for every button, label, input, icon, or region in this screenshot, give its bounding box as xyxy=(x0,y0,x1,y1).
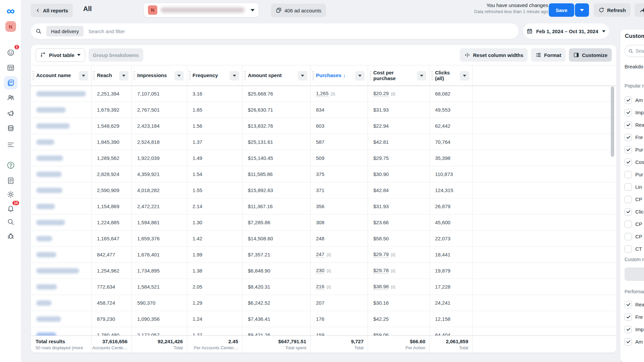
account-name-cell[interactable] xyxy=(31,295,92,311)
metric-option[interactable]: Lin xyxy=(625,181,644,193)
metric-checkbox[interactable] xyxy=(625,109,632,116)
metric-option[interactable]: Fre xyxy=(625,131,644,143)
meta-logo-icon[interactable]: ∞ xyxy=(4,4,17,17)
metric-option[interactable]: Rea xyxy=(625,119,644,131)
all-tools-icon[interactable] xyxy=(4,138,17,152)
share-button[interactable] xyxy=(635,3,644,17)
account-name-cell[interactable] xyxy=(31,198,92,214)
account-name-redacted[interactable] xyxy=(36,107,66,113)
account-name-cell[interactable] xyxy=(31,166,92,182)
notes-icon[interactable] xyxy=(4,174,17,187)
messages-icon[interactable]: 1 xyxy=(4,46,17,59)
custom-metric-button[interactable] xyxy=(625,267,644,281)
account-name-redacted[interactable] xyxy=(36,91,86,97)
bug-report-icon[interactable] xyxy=(4,229,17,243)
account-name-redacted[interactable] xyxy=(36,156,63,161)
format-button[interactable]: Format xyxy=(531,48,566,62)
metric-checkbox[interactable] xyxy=(625,245,632,253)
account-name-cell[interactable] xyxy=(31,231,92,246)
search-filter-bar[interactable]: Had delivery Search and filter xyxy=(31,23,519,39)
account-name-redacted[interactable] xyxy=(36,172,62,177)
help-icon[interactable] xyxy=(4,159,17,172)
column-menu-button[interactable] xyxy=(79,71,88,80)
metric-search-input[interactable]: Search xyxy=(625,45,644,57)
column-header-cost-per-purchase[interactable]: Cost per purchase xyxy=(368,65,429,85)
account-name-cell[interactable] xyxy=(31,118,92,134)
account-name-redacted[interactable] xyxy=(36,252,56,257)
account-name-cell[interactable] xyxy=(31,279,92,295)
drag-handle[interactable] xyxy=(431,71,433,80)
drag-handle[interactable] xyxy=(33,71,34,80)
account-name-cell[interactable] xyxy=(31,86,92,102)
account-name-redacted[interactable] xyxy=(36,220,65,225)
drag-handle[interactable] xyxy=(370,71,371,80)
group-breakdowns-button[interactable]: Group breakdowns xyxy=(89,48,143,62)
account-name-redacted[interactable] xyxy=(36,268,79,274)
reports-icon-active[interactable] xyxy=(4,76,17,89)
column-menu-button[interactable] xyxy=(230,71,239,80)
metric-option[interactable]: CP xyxy=(625,193,644,205)
account-selector-dropdown[interactable]: N xyxy=(144,3,259,17)
column-header-reach[interactable]: Reach xyxy=(91,65,131,85)
column-menu-button[interactable] xyxy=(417,71,426,80)
metric-option[interactable]: Fre xyxy=(625,311,644,323)
save-button[interactable]: Save xyxy=(549,3,574,17)
metric-option[interactable]: Imp xyxy=(625,323,644,336)
all-reports-button[interactable]: All reports xyxy=(31,4,73,17)
ad-accounts-button[interactable]: 406 ad accounts xyxy=(271,4,326,17)
column-menu-button[interactable] xyxy=(174,71,184,80)
metric-checkbox[interactable] xyxy=(625,97,632,104)
account-name-redacted[interactable] xyxy=(36,284,57,290)
vertical-scrollbar-thumb[interactable] xyxy=(611,86,614,157)
metric-option[interactable]: CP xyxy=(625,218,644,230)
account-name-cell[interactable] xyxy=(31,150,92,166)
column-header-purchases-sorted[interactable]: Purchases↓ xyxy=(310,65,368,85)
metric-checkbox[interactable] xyxy=(625,134,632,141)
account-name-cell[interactable] xyxy=(31,327,92,336)
metric-option[interactable]: Pur xyxy=(625,143,644,156)
metric-option[interactable]: Cos xyxy=(625,156,644,168)
account-name-redacted[interactable] xyxy=(36,139,54,145)
metric-checkbox[interactable] xyxy=(625,326,632,333)
drag-handle[interactable] xyxy=(244,71,246,80)
metric-checkbox[interactable] xyxy=(625,183,632,191)
column-menu-button[interactable] xyxy=(355,71,365,80)
metric-checkbox[interactable] xyxy=(625,159,632,166)
metric-checkbox[interactable] xyxy=(625,196,632,203)
drag-handle[interactable] xyxy=(93,71,95,80)
account-name-redacted[interactable] xyxy=(36,300,52,306)
date-range-picker[interactable]: Feb 1, 2024 – Oct 31, 2024 xyxy=(523,23,609,39)
column-header-impressions[interactable]: Impressions xyxy=(131,65,187,85)
reset-column-widths-button[interactable]: Reset column widths xyxy=(460,48,528,62)
metric-option[interactable]: Rea xyxy=(625,298,644,311)
metric-checkbox[interactable] xyxy=(625,338,632,346)
billing-coins-icon[interactable] xyxy=(4,122,17,135)
metric-checkbox[interactable] xyxy=(625,313,632,321)
column-header-account-name[interactable]: Account name xyxy=(31,65,91,85)
metric-checkbox[interactable] xyxy=(625,171,632,178)
metric-checkbox[interactable] xyxy=(625,208,632,216)
account-name-cell[interactable] xyxy=(31,182,92,198)
metric-checkbox[interactable] xyxy=(625,301,632,308)
account-name-redacted[interactable] xyxy=(36,123,70,129)
account-name-cell[interactable] xyxy=(31,102,92,118)
drag-handle[interactable] xyxy=(312,71,314,80)
column-header-amount-spent[interactable]: Amount spent xyxy=(242,65,310,85)
settings-gear-icon[interactable] xyxy=(4,188,17,201)
column-menu-button[interactable] xyxy=(119,71,128,80)
account-name-cell[interactable] xyxy=(31,134,92,150)
notifications-bell-icon[interactable]: 14 xyxy=(4,202,17,215)
metric-option[interactable]: Pur xyxy=(625,168,644,181)
account-name-cell[interactable] xyxy=(31,263,92,279)
account-name-redacted[interactable] xyxy=(36,188,62,193)
breakdowns-label[interactable]: Breakdo xyxy=(625,64,643,69)
metric-checkbox[interactable] xyxy=(625,221,632,228)
refresh-button[interactable]: Refresh xyxy=(594,3,631,17)
account-name-redacted[interactable] xyxy=(36,333,56,336)
customize-button[interactable]: Customize xyxy=(569,48,612,62)
metric-checkbox[interactable] xyxy=(625,121,632,129)
metric-option[interactable]: Clic xyxy=(625,205,644,218)
metric-option[interactable]: Am xyxy=(625,94,644,106)
metric-option[interactable]: CP xyxy=(625,230,644,243)
account-name-cell[interactable] xyxy=(31,247,92,262)
